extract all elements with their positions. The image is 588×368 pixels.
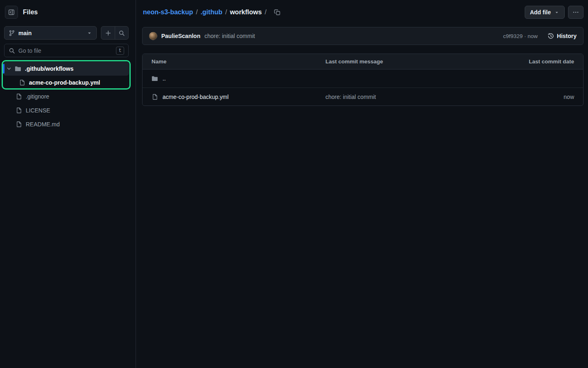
commit-message[interactable]: chore: initial commit (205, 33, 255, 39)
breadcrumb-separator: / (265, 9, 266, 16)
file-icon (151, 94, 158, 100)
files-panel-title: Files (23, 9, 38, 16)
commit-author-link[interactable]: PaulieScanlon (161, 33, 200, 39)
file-icon (16, 93, 22, 100)
tree-item-readme[interactable]: README.md (3, 117, 129, 131)
history-label: History (557, 33, 577, 39)
repo-content: neon-s3-backup / .github / workflows / A… (136, 0, 588, 368)
search-icon (118, 30, 125, 36)
breadcrumb-repo-link[interactable]: neon-s3-backup (143, 9, 193, 16)
commit-sha-time: c9f9329 · now (503, 33, 538, 39)
table-row-acme-co-prod-backup[interactable]: acme-co-prod-backup.yml chore: initial c… (143, 88, 583, 105)
sidebar-header: Files (5, 5, 131, 19)
breadcrumb-separator: / (225, 9, 227, 16)
tree-item-label: .github/workflows (25, 65, 74, 72)
table-header-row: Name Last commit message Last commit dat… (143, 54, 583, 70)
table-row-parent-directory[interactable]: .. (143, 70, 583, 88)
breadcrumb-bar: neon-s3-backup / .github / workflows / A… (136, 0, 588, 25)
breadcrumb-dir-link[interactable]: .github (200, 9, 222, 16)
chevron-down-icon (6, 65, 12, 72)
branch-controls: main (4, 26, 129, 40)
breadcrumb: neon-s3-backup / .github / workflows / (143, 7, 283, 18)
column-header-message: Last commit message (322, 58, 508, 65)
kebab-icon (572, 9, 579, 16)
search-icon (9, 47, 15, 54)
copy-icon (274, 9, 281, 16)
row-commit-message[interactable]: chore: initial commit (322, 94, 508, 100)
go-to-file-search: t (4, 44, 129, 57)
tree-item-label: acme-co-prod-backup.yml (29, 79, 100, 86)
tree-action-group (101, 26, 129, 40)
chevron-down-icon (554, 10, 559, 15)
author-avatar[interactable] (149, 32, 157, 40)
add-file-button[interactable]: Add file (525, 6, 565, 19)
tree-item-github-workflows[interactable]: .github/workflows (3, 62, 129, 76)
add-file-label: Add file (530, 9, 551, 16)
collapse-sidebar-button[interactable] (5, 6, 18, 19)
file-list-table: Name Last commit message Last commit dat… (142, 54, 584, 106)
file-tree-sidebar: Files main (0, 0, 136, 368)
tree-item-label: .gitignore (26, 93, 49, 100)
column-header-name: Name (148, 58, 322, 65)
latest-commit-bar: PaulieScanlon chore: initial commit c9f9… (142, 27, 584, 45)
tree-item-gitignore[interactable]: .gitignore (3, 90, 129, 103)
git-branch-icon (9, 30, 15, 36)
parent-directory-link[interactable]: .. (163, 75, 166, 82)
search-tree-button[interactable] (115, 27, 128, 39)
tree-item-acme-co-prod-backup[interactable]: acme-co-prod-backup.yml (3, 76, 129, 90)
folder-icon (15, 65, 21, 72)
page-actions: Add file (525, 6, 584, 19)
tree-item-label: README.md (26, 121, 60, 128)
go-to-file-input[interactable] (18, 47, 113, 54)
tree-item-license[interactable]: LICENSE (3, 103, 129, 117)
folder-icon (151, 75, 158, 82)
breadcrumb-separator: / (196, 9, 198, 16)
history-link[interactable]: History (548, 33, 577, 39)
file-tree: .github/workflows acme-co-prod-backup.ym… (3, 62, 129, 131)
file-icon (16, 121, 22, 128)
shortcut-key-badge: t (116, 47, 124, 55)
plus-icon (105, 30, 111, 36)
branch-name: main (18, 30, 32, 36)
copy-path-button[interactable] (272, 7, 283, 18)
more-options-button[interactable] (568, 6, 584, 19)
file-icon (19, 79, 25, 86)
branch-selector[interactable]: main (4, 26, 97, 40)
row-commit-date: now (508, 94, 577, 100)
commit-meta: c9f9329 · now History (503, 33, 577, 39)
history-icon (548, 33, 554, 39)
file-icon (16, 107, 22, 114)
tree-item-label: LICENSE (26, 107, 50, 114)
breadcrumb-current: workflows (230, 9, 262, 16)
panel-collapse-icon (8, 9, 15, 16)
new-file-button[interactable] (101, 27, 115, 39)
chevron-down-icon (87, 30, 92, 36)
file-link[interactable]: acme-co-prod-backup.yml (163, 94, 229, 100)
column-header-date: Last commit date (508, 58, 577, 65)
